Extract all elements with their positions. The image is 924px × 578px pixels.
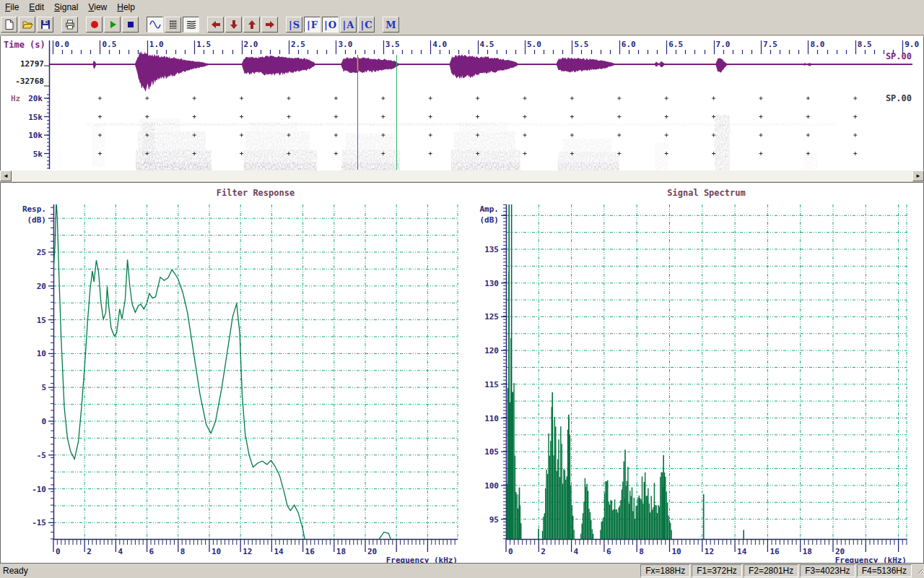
open-button[interactable] bbox=[19, 17, 35, 33]
stop-icon bbox=[125, 19, 136, 30]
svg-text:10: 10 bbox=[672, 547, 681, 556]
svg-text:10: 10 bbox=[212, 547, 221, 556]
svg-text:0: 0 bbox=[508, 547, 513, 556]
svg-text:10k: 10k bbox=[28, 131, 43, 140]
svg-text:4.0: 4.0 bbox=[432, 40, 447, 49]
menu-bar: FileEditSignalViewHelp bbox=[0, 0, 924, 14]
svg-text:0.5: 0.5 bbox=[102, 40, 116, 49]
move-right-button[interactable] bbox=[261, 17, 278, 33]
scroll-left-button[interactable]: ◄ bbox=[0, 171, 12, 181]
svg-text:120: 120 bbox=[484, 346, 499, 355]
new-page-icon bbox=[4, 19, 15, 30]
charts: 2520151050-5-10-1502468101214161820Frequ… bbox=[1, 183, 923, 563]
arrow-down-icon bbox=[228, 19, 240, 30]
move-left-button[interactable] bbox=[207, 17, 224, 33]
play-button[interactable] bbox=[104, 17, 121, 33]
scroll-left-icon: ◄ bbox=[3, 173, 9, 179]
move-up-button[interactable] bbox=[243, 17, 260, 33]
menu-item-view[interactable]: View bbox=[83, 1, 112, 14]
svg-text:12: 12 bbox=[243, 547, 252, 556]
svg-text:5k: 5k bbox=[33, 150, 43, 159]
svg-text:6: 6 bbox=[606, 547, 611, 556]
scroll-right-button[interactable]: ► bbox=[912, 171, 924, 181]
svg-text:5.0: 5.0 bbox=[527, 40, 541, 49]
svg-text:2: 2 bbox=[541, 547, 546, 556]
printer-icon bbox=[64, 19, 76, 30]
svg-text:7.5: 7.5 bbox=[763, 40, 777, 49]
svg-text:3.0: 3.0 bbox=[338, 40, 352, 49]
svg-text:8: 8 bbox=[180, 547, 186, 556]
menu-item-file[interactable]: File bbox=[0, 1, 24, 14]
filter-response-curve bbox=[53, 202, 393, 563]
spectrogram-view-button[interactable] bbox=[183, 17, 199, 33]
svg-text:4.5: 4.5 bbox=[480, 40, 494, 49]
play-icon bbox=[107, 19, 118, 30]
spectrum-view-button[interactable] bbox=[165, 17, 181, 33]
menu-item-signal[interactable]: Signal bbox=[49, 1, 83, 14]
svg-text:100: 100 bbox=[484, 481, 499, 491]
svg-text:110: 110 bbox=[484, 414, 499, 423]
stop-button[interactable] bbox=[122, 17, 139, 33]
svg-text:20k: 20k bbox=[28, 94, 43, 103]
status-bar: Ready Fx=188HzF1=372HzF2=2801HzF3=4023Hz… bbox=[0, 564, 924, 578]
svg-text:8: 8 bbox=[639, 547, 644, 556]
link-f-button[interactable]: |F bbox=[304, 17, 321, 33]
svg-text:0.0: 0.0 bbox=[55, 40, 69, 49]
svg-text:95: 95 bbox=[489, 515, 499, 525]
svg-text:0: 0 bbox=[56, 547, 61, 556]
svg-text:8.5: 8.5 bbox=[858, 40, 872, 49]
record-button[interactable] bbox=[86, 17, 103, 33]
scrollbar-track[interactable] bbox=[12, 171, 912, 181]
link-s-button[interactable]: |S bbox=[286, 17, 302, 33]
new-button[interactable] bbox=[1, 17, 17, 33]
svg-text:Signal Spectrum: Signal Spectrum bbox=[667, 188, 745, 198]
save-button[interactable] bbox=[37, 17, 53, 33]
toolbar-separator bbox=[54, 25, 61, 25]
svg-text:Hz: Hz bbox=[11, 94, 20, 103]
svg-text:Frequency (kHz): Frequency (kHz) bbox=[386, 556, 458, 563]
svg-text:4: 4 bbox=[574, 547, 579, 556]
svg-text:6: 6 bbox=[149, 547, 154, 556]
svg-text:SP.00: SP.00 bbox=[886, 93, 912, 103]
svg-text:20: 20 bbox=[367, 547, 377, 556]
signal-display-panel: 0.00.51.01.52.02.53.03.54.04.55.05.56.06… bbox=[0, 36, 924, 171]
svg-text:-10: -10 bbox=[32, 485, 46, 494]
svg-text:12797: 12797 bbox=[20, 59, 44, 69]
spectrum-bars bbox=[507, 204, 745, 539]
svg-text:18: 18 bbox=[336, 547, 346, 556]
svg-text:20: 20 bbox=[37, 282, 46, 291]
print-button[interactable] bbox=[61, 17, 78, 33]
svg-text:16: 16 bbox=[770, 547, 780, 556]
macro-m-button[interactable]: M bbox=[383, 17, 399, 33]
toolbar-separator bbox=[279, 25, 285, 25]
scroll-right-icon: ► bbox=[915, 173, 921, 179]
menu-item-help[interactable]: Help bbox=[112, 1, 140, 14]
resize-grip-icon[interactable] bbox=[914, 565, 924, 577]
svg-text:7.0: 7.0 bbox=[716, 40, 731, 49]
svg-text:1.5: 1.5 bbox=[196, 40, 211, 49]
svg-text:SP.00: SP.00 bbox=[886, 51, 912, 61]
svg-text:-5: -5 bbox=[37, 451, 46, 460]
waveform-view-button[interactable] bbox=[147, 17, 163, 33]
link-a-button[interactable]: |A bbox=[340, 17, 357, 33]
signal-display[interactable]: 0.00.51.01.52.02.53.03.54.04.55.05.56.06… bbox=[1, 36, 923, 171]
menu-item-edit[interactable]: Edit bbox=[24, 1, 49, 14]
link-s-label: |S bbox=[289, 20, 300, 30]
svg-text:-32768: -32768 bbox=[15, 77, 44, 86]
svg-text:9.0: 9.0 bbox=[905, 40, 919, 49]
link-c-button[interactable]: |C bbox=[358, 17, 375, 33]
link-o-label: |O bbox=[324, 20, 336, 30]
link-o-button[interactable]: |O bbox=[322, 17, 339, 33]
move-down-button[interactable] bbox=[225, 17, 242, 33]
horizontal-scrollbar[interactable]: ◄ ► bbox=[0, 171, 924, 181]
svg-text:(dB): (dB) bbox=[27, 215, 47, 225]
macro-m-label: M bbox=[385, 20, 396, 30]
svg-text:15k: 15k bbox=[28, 113, 43, 122]
svg-text:14: 14 bbox=[274, 547, 284, 556]
status-field-f4: F4=5136Hz bbox=[857, 564, 912, 577]
chart-signal-spectrum: 1351301251201151101051009502468101214161… bbox=[480, 188, 907, 563]
svg-text:16: 16 bbox=[305, 547, 315, 556]
svg-text:0: 0 bbox=[41, 417, 46, 426]
save-floppy-icon bbox=[40, 19, 51, 30]
arrow-right-icon bbox=[264, 19, 276, 30]
